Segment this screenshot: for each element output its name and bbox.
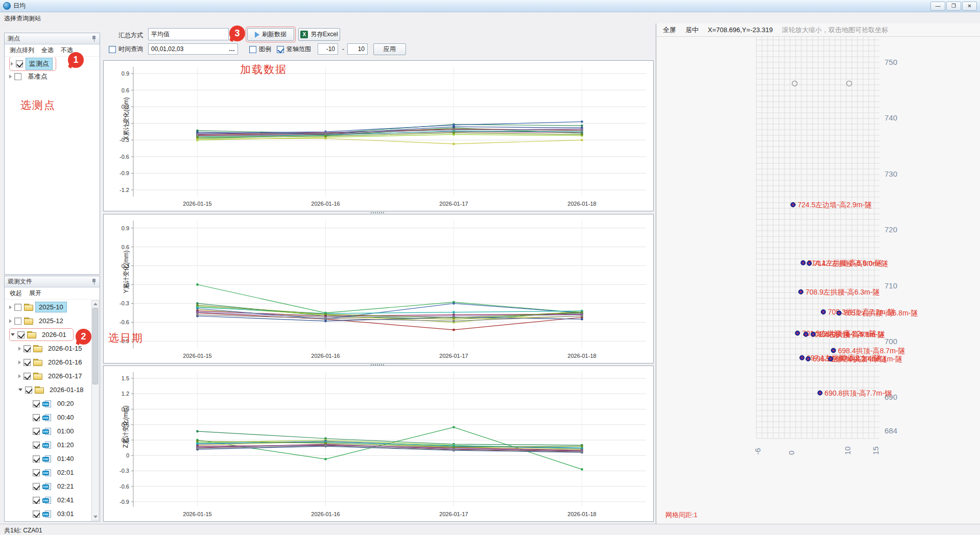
expander-icon[interactable] [9,305,12,309]
y-max-input[interactable]: 10 [347,43,368,55]
center-link[interactable]: 居中 [685,26,699,35]
refresh-data-button[interactable]: 刷新数据 [247,28,294,41]
time-query-input[interactable]: 00,01,02,03 … [148,43,238,55]
tree-item[interactable]: 2025-10 [5,300,91,314]
map-hollow-point[interactable] [847,81,852,86]
expander-icon[interactable] [11,62,13,66]
tree-checkbox[interactable] [23,373,31,380]
map-hollow-point[interactable] [792,81,797,86]
expander-icon[interactable] [9,319,12,323]
legend-checkbox[interactable] [249,46,256,53]
tree-item-label[interactable]: 02:21 [54,481,78,492]
expander-icon[interactable] [18,374,21,378]
tree-item-label[interactable]: 2026-01-16 [44,357,86,368]
expander-icon[interactable] [11,333,15,336]
pin-icon[interactable] [91,279,97,285]
tree-checkbox[interactable] [23,345,31,352]
tree-checkbox[interactable] [33,414,40,421]
y-range-checkbox-row[interactable]: 竖轴范围 [277,45,311,54]
tree-checkbox[interactable] [17,331,25,338]
tree-checkbox[interactable] [33,483,40,490]
y-min-input[interactable]: -10 [318,43,338,55]
tree-checkbox[interactable] [33,497,40,504]
tree-item-label[interactable]: 基准点 [24,70,51,83]
points-sort-link[interactable]: 测点排列 [10,46,34,55]
tree-checkbox[interactable] [14,73,21,80]
tree-item[interactable]: csu03:01 [5,507,91,521]
pin-icon[interactable] [91,36,97,42]
scroll-up-icon[interactable] [93,303,98,305]
tree-checkbox[interactable] [33,510,40,518]
tree-item-label[interactable]: 01:20 [54,440,78,450]
scroll-down-icon[interactable] [93,516,98,518]
tree-checkbox[interactable] [16,60,23,67]
tree-checkbox[interactable] [33,442,40,449]
close-button[interactable]: ✕ [962,2,977,11]
legend-checkbox-row[interactable]: 图例 [249,45,271,54]
tree-checkbox[interactable] [33,400,40,407]
apply-button[interactable]: 应用 [373,43,406,55]
tree-item-label[interactable]: 2026-01-17 [44,371,86,381]
select-all-link[interactable]: 全选 [41,46,54,55]
tree-item-label[interactable]: 2026-01 [38,329,70,340]
tree-checkbox[interactable] [14,318,21,325]
tree-item-label[interactable]: 2025-12 [35,315,67,326]
map-point-label: 705.2右拱腰-高6.8m-隧 [844,309,918,317]
tree-item[interactable]: 2025-12 [5,314,91,328]
tree-item-label[interactable]: 02:01 [54,467,78,478]
tree-checkbox[interactable] [33,455,40,463]
expand-link[interactable]: 展开 [29,289,41,298]
expander-icon[interactable] [18,360,21,364]
ellipsis-button[interactable]: … [229,45,235,53]
scrollbar-thumb[interactable] [92,308,98,384]
tree-item[interactable]: 2026-01-17 [5,369,91,383]
tree-item-label[interactable]: 00:20 [54,398,78,409]
tree-item-label[interactable]: 2026-01-18 [46,384,87,395]
files-tree-scrollbar[interactable] [91,300,99,521]
tree-item[interactable]: csu02:41 [5,493,91,507]
tree-item[interactable]: 2026-01-18 [5,383,91,397]
tree-item-label[interactable]: 03:01 [54,508,78,519]
tree-checkbox[interactable] [33,469,40,476]
tree-checkbox[interactable] [23,359,31,366]
tree-item[interactable]: csu01:00 [5,424,91,438]
tree-checkbox[interactable] [33,428,40,435]
maximize-button[interactable]: ❒ [946,2,961,11]
tree-item[interactable]: csu02:01 [5,466,91,479]
tree-checkbox[interactable] [14,304,21,311]
summary-mode-combo[interactable]: 平均值 [148,28,229,40]
splitter-grip[interactable] [371,212,385,213]
tree-item-label[interactable]: 2025-10 [35,302,67,312]
tree-checkbox[interactable] [25,386,32,394]
tree-item-label[interactable]: 2026-01-15 [44,343,86,354]
tree-item-label[interactable]: 01:40 [54,453,78,464]
tree-item-label[interactable]: 01:00 [54,426,78,436]
tree-item[interactable]: 2026-01-16 [5,355,91,369]
tree-item-label[interactable]: 监测点 [26,58,53,70]
time-query-checkbox-row[interactable]: 时间查询 [109,45,143,54]
expander-icon[interactable] [18,388,22,391]
menu-item-select-station[interactable]: 选择查询测站 [0,12,45,25]
svg-text:-0.6: -0.6 [119,154,129,160]
collapse-link[interactable]: 收起 [10,289,22,298]
tree-item[interactable]: csu01:20 [5,438,91,452]
svg-text:2026-01-18: 2026-01-18 [567,201,596,207]
export-excel-button[interactable]: X 另存Excel [298,28,340,41]
section-map-plot[interactable]: 750740730720710700690684-601015724.5左边墙-… [658,37,980,524]
tree-item[interactable]: csu02:21 [5,479,91,493]
tree-item-label[interactable]: 02:41 [54,495,78,505]
tree-item[interactable]: 监测点 [5,57,99,70]
minimize-button[interactable]: — [930,2,945,11]
y-range-checkbox[interactable] [277,46,284,53]
tree-item[interactable]: 基准点 [5,70,99,83]
tree-item[interactable]: csu00:40 [5,410,91,424]
map-area[interactable]: 750740730720710700690684-601015724.5左边墙-… [658,37,980,524]
time-query-checkbox[interactable] [109,46,116,53]
expander-icon[interactable] [9,75,12,79]
svg-text:-0.6: -0.6 [119,483,129,490]
tree-item[interactable]: csu01:40 [5,452,91,466]
expander-icon[interactable] [18,347,21,351]
fullscreen-link[interactable]: 全屏 [663,26,676,35]
tree-item-label[interactable]: 00:40 [54,412,78,423]
tree-item[interactable]: csu00:20 [5,397,91,410]
